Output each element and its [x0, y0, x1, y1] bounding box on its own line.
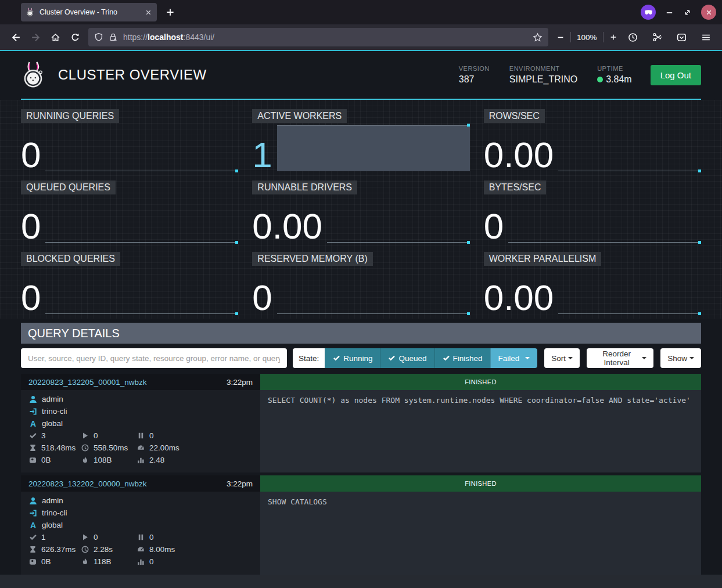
source-login-icon	[29, 509, 37, 517]
check-icon	[29, 432, 37, 439]
history-clock-icon[interactable]	[623, 28, 643, 46]
stat-label: RUNNING QUERIES	[21, 109, 119, 123]
cumulative-memory: 0	[137, 557, 254, 566]
tab-close-icon[interactable]	[145, 9, 152, 16]
version-block: VERSION 387	[459, 65, 490, 85]
wall-time: 626.37ms	[29, 545, 81, 554]
tab-bar: Cluster Overview - Trino	[0, 0, 722, 24]
stat-label: RESERVED MEMORY (B)	[252, 252, 372, 266]
url-text: https://localhost:8443/ui/	[123, 33, 533, 42]
separator	[603, 32, 604, 42]
peak-memory: 118B	[81, 557, 137, 566]
state-filter-finished[interactable]: Finished	[434, 348, 490, 368]
show-dropdown[interactable]: Show	[660, 348, 701, 368]
restore-button[interactable]	[683, 8, 692, 17]
lock-warning-icon[interactable]	[109, 33, 118, 42]
pause-icon	[137, 432, 145, 439]
stat-card-runnable-drivers: RUNNABLE DRIVERS 0.00	[252, 181, 469, 246]
reload-button[interactable]	[65, 28, 85, 46]
zoom-out-button[interactable]	[556, 33, 565, 41]
clock-icon	[81, 444, 89, 452]
elapsed-time: 2.28s	[81, 545, 137, 554]
close-button[interactable]	[701, 5, 716, 20]
forward-button[interactable]	[26, 28, 45, 46]
cumulative-memory: 2.48	[137, 456, 254, 464]
query-header: 20220823_132202_00000_nwbzk 3:22pm FINIS…	[21, 475, 701, 492]
stat-label: WORKER PARALLELISM	[484, 252, 602, 266]
running-splits: 0	[81, 533, 137, 542]
environment-value: SIMPLE_TRINO	[509, 74, 577, 85]
state-filter-queued[interactable]: Queued	[380, 348, 434, 368]
home-button[interactable]	[45, 28, 65, 46]
sparkline	[45, 125, 238, 171]
query-id-link[interactable]: 20220823_132205_00001_nwbzk	[28, 378, 146, 387]
current-memory: 0B	[29, 557, 81, 566]
shield-icon[interactable]	[94, 33, 103, 42]
menu-hamburger-icon[interactable]	[696, 28, 716, 46]
state-label: State:	[293, 348, 325, 368]
minimize-button[interactable]	[665, 8, 674, 17]
stat-value-link[interactable]: 1	[252, 138, 276, 171]
stat-value: 0	[21, 138, 45, 171]
zoom-level[interactable]: 100%	[577, 33, 597, 42]
reorder-interval-dropdown[interactable]: Reorder Interval	[587, 348, 653, 368]
resource-group-font-icon	[29, 420, 37, 428]
stat-card-active-workers: ACTIVE WORKERS 1	[252, 109, 469, 174]
sparkline	[558, 268, 701, 314]
state-filter-running[interactable]: Running	[325, 348, 380, 368]
trino-logo	[21, 61, 46, 89]
caret-down-icon	[642, 357, 646, 359]
log-out-button[interactable]: Log Out	[651, 65, 701, 85]
caret-down-icon	[568, 357, 573, 359]
caret-down-icon	[525, 357, 530, 359]
queued-splits: 0	[137, 533, 254, 542]
back-button[interactable]	[6, 28, 26, 46]
stat-label: BLOCKED QUERIES	[21, 252, 120, 266]
page-header: CLUSTER OVERVIEW VERSION 387 ENVIRONMENT…	[0, 51, 722, 99]
sparkline	[277, 268, 470, 314]
query-body: admin trino-cli global 1 0 0 626.37ms 2.…	[21, 492, 701, 575]
screenshot-scissors-icon[interactable]	[648, 28, 667, 46]
query-source: trino-cli	[29, 508, 254, 517]
query-filter-toolbar: State: Running Queued Finished Failed So…	[21, 348, 701, 368]
query-source: trino-cli	[29, 407, 254, 416]
query-id-link[interactable]: 20220823_132202_00000_nwbzk	[28, 479, 146, 488]
equalizer-icon	[137, 558, 145, 565]
environment-label: ENVIRONMENT	[509, 65, 577, 72]
query-user: admin	[29, 395, 254, 403]
version-label: VERSION	[459, 65, 490, 72]
query-search-input[interactable]	[21, 348, 287, 368]
url-bar[interactable]: https://localhost:8443/ui/	[88, 28, 548, 46]
queued-splits: 0	[137, 431, 254, 440]
sort-dropdown[interactable]: Sort	[544, 348, 580, 368]
zoom-in-button[interactable]	[609, 33, 617, 41]
cluster-meta: VERSION 387 ENVIRONMENT SIMPLE_TRINO UPT…	[459, 65, 632, 85]
query-id-bar: 20220823_132205_00001_nwbzk 3:22pm	[21, 374, 260, 390]
query-sql-text: SHOW CATALOGS	[260, 492, 701, 575]
fire-icon	[81, 456, 89, 464]
new-tab-button[interactable]	[165, 7, 175, 17]
stat-card-blocked-queries: BLOCKED QUERIES 0	[21, 252, 238, 317]
check-icon	[388, 355, 395, 362]
completed-splits: 3	[29, 431, 81, 440]
completed-splits: 1	[29, 533, 81, 542]
stat-card-bytes-sec: BYTES/SEC 0	[484, 181, 701, 246]
window-controls	[641, 0, 716, 24]
query-time: 3:22pm	[227, 479, 253, 488]
bookmark-star-icon[interactable]	[533, 33, 543, 42]
stat-label: BYTES/SEC	[484, 181, 547, 194]
state-filter-failed-dropdown[interactable]: Failed	[490, 348, 538, 368]
stat-card-running-queries: RUNNING QUERIES 0	[21, 109, 238, 174]
uptime-value: 3.84m	[597, 74, 631, 85]
current-memory: 0B	[29, 456, 81, 464]
query-body: admin trino-cli global 3 0 0 518.48ms 55…	[21, 390, 701, 472]
browser-tab[interactable]: Cluster Overview - Trino	[21, 3, 157, 21]
stat-label: RUNNABLE DRIVERS	[252, 181, 357, 194]
hourglass-icon	[29, 444, 37, 452]
stat-value: 0.00	[484, 138, 559, 171]
wall-time: 518.48ms	[29, 443, 81, 452]
stat-label: ROWS/SEC	[484, 109, 545, 123]
sparkline	[45, 268, 238, 314]
equalizer-icon	[137, 456, 145, 464]
pocket-icon[interactable]	[672, 28, 692, 46]
